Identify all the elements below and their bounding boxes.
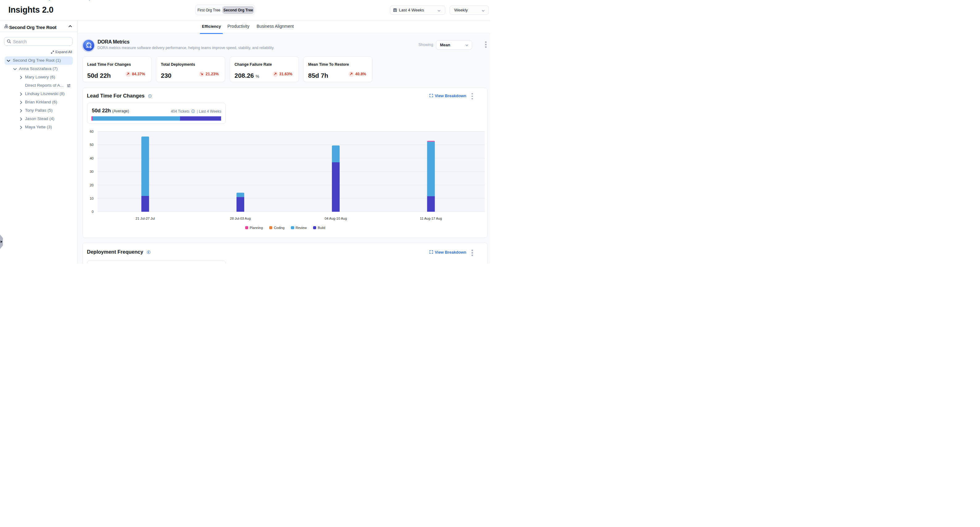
svg-text:04 Aug-10 Aug: 04 Aug-10 Aug [325,217,347,220]
svg-text:21 Jul-27 Jul: 21 Jul-27 Jul [135,217,155,220]
svg-text:10: 10 [89,196,93,200]
svg-text:50: 50 [89,143,93,146]
svg-text:60: 60 [89,130,93,133]
svg-text:28 Jul-03 Aug: 28 Jul-03 Aug [230,217,250,220]
svg-text:40: 40 [89,156,93,160]
svg-text:20: 20 [89,183,93,187]
svg-text:0: 0 [91,210,93,214]
svg-text:30: 30 [89,170,93,173]
svg-text:11 Aug-17 Aug: 11 Aug-17 Aug [420,217,442,220]
